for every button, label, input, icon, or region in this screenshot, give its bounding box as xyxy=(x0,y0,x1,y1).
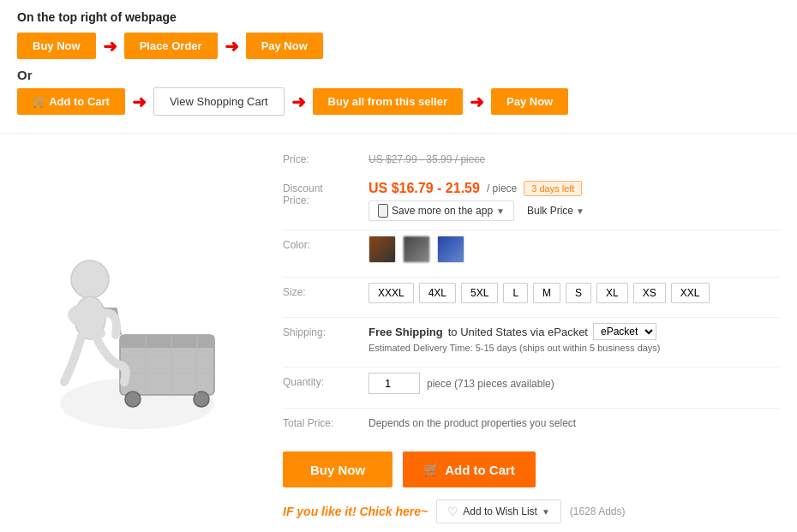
product-image-area xyxy=(17,146,257,523)
svg-rect-2 xyxy=(120,335,214,348)
pay-now-button-1[interactable]: Pay Now xyxy=(246,33,323,59)
bulk-chevron-icon: ▼ xyxy=(576,206,584,216)
per-piece: / piece xyxy=(487,182,517,194)
size-label: Size: xyxy=(283,283,360,298)
color-swatch-3[interactable] xyxy=(437,236,464,263)
wishlist-label: Add to Wish List xyxy=(463,505,537,517)
buy-all-button[interactable]: Buy all from this seller xyxy=(313,88,463,115)
bulk-price-label: Bulk Price xyxy=(527,205,573,217)
buy-now-button-1[interactable]: Buy Now xyxy=(17,33,96,59)
color-swatch-1[interactable] xyxy=(369,236,396,263)
flow-row-1: Buy Now ➜ Place Order ➜ Pay Now xyxy=(17,33,780,59)
price-row: Price: US $27.99 - 35.99 / piece xyxy=(283,146,780,172)
svg-point-10 xyxy=(71,260,109,298)
size-m[interactable]: M xyxy=(533,283,560,303)
quantity-row: Quantity: piece (713 pieces available) xyxy=(283,367,780,399)
size-xl[interactable]: XL xyxy=(596,283,628,303)
quantity-input[interactable] xyxy=(369,373,420,394)
color-row: Color: xyxy=(283,230,780,268)
phone-icon xyxy=(378,204,388,218)
total-price-row: Total Price: Depends on the product prop… xyxy=(283,408,780,434)
place-order-button[interactable]: Place Order xyxy=(124,33,218,59)
days-left-badge: 3 days left xyxy=(524,181,582,196)
like-text: IF you like it! Chick here~ xyxy=(283,505,428,518)
size-4xl[interactable]: 4XL xyxy=(419,283,456,303)
cart-icon-main: 🛒 xyxy=(423,462,440,477)
shipping-to-text: to United States via ePacket xyxy=(448,326,588,338)
quantity-label: Quantity: xyxy=(283,373,360,388)
shipping-label: Shipping: xyxy=(283,323,360,338)
view-cart-button[interactable]: View Shopping Cart xyxy=(153,87,285,116)
arrow-icon-5: ➜ xyxy=(470,93,484,111)
svg-point-4 xyxy=(194,392,209,407)
flow-row-2: 🛒 Add to Cart ➜ View Shopping Cart ➜ Buy… xyxy=(17,87,780,116)
pieces-available: piece (713 pieces available) xyxy=(427,378,554,390)
save-app-label: Save more on the app xyxy=(392,205,493,217)
add-to-cart-button-main[interactable]: 🛒 Add to Cart xyxy=(403,451,536,487)
delivery-estimate: Estimated Delivery Time: 5-15 days (ship… xyxy=(369,343,780,353)
chevron-down-icon: ▼ xyxy=(496,206,505,216)
save-on-app-button[interactable]: Save more on the app ▼ xyxy=(369,200,514,221)
heart-icon: ♡ xyxy=(447,505,458,518)
main-content: Price: US $27.99 - 35.99 / piece Discoun… xyxy=(0,134,797,532)
adds-count: (1628 Adds) xyxy=(570,505,626,517)
page-instruction: On the top right of webpage xyxy=(17,10,780,24)
quantity-area: piece (713 pieces available) xyxy=(369,373,554,394)
size-5xl[interactable]: 5XL xyxy=(461,283,498,303)
color-options xyxy=(369,236,464,263)
add-to-cart-label: Add to Cart xyxy=(445,463,515,477)
discount-price-area: US $16.79 - 21.59 / piece 3 days left Sa… xyxy=(369,181,584,221)
wishlist-chevron-icon: ▼ xyxy=(542,507,550,517)
arrow-icon-4: ➜ xyxy=(291,93,306,111)
size-xs[interactable]: XS xyxy=(633,283,666,303)
size-xxl[interactable]: XXL xyxy=(671,283,710,303)
add-to-wishlist-button[interactable]: ♡ Add to Wish List ▼ xyxy=(436,499,561,523)
discount-row: DiscountPrice: US $16.79 - 21.59 / piece… xyxy=(283,177,780,224)
discount-label: DiscountPrice: xyxy=(283,181,360,206)
size-xxxl[interactable]: XXXL xyxy=(369,283,414,303)
arrow-icon-2: ➜ xyxy=(225,38,239,55)
shipping-info: Free Shipping to United States via ePack… xyxy=(369,323,780,353)
arrow-icon-3: ➜ xyxy=(132,93,147,111)
like-section: IF you like it! Chick here~ ♡ Add to Wis… xyxy=(283,499,780,523)
size-row: Size: XXXL 4XL 5XL L M S XL XS XXL xyxy=(283,277,780,308)
shipping-row: Shipping: Free Shipping to United States… xyxy=(283,317,780,358)
size-s[interactable]: S xyxy=(566,283,591,303)
size-l[interactable]: L xyxy=(503,283,528,303)
buy-now-button-main[interactable]: Buy Now xyxy=(283,451,393,487)
product-image xyxy=(34,232,240,438)
shipping-method-select[interactable]: ePacket xyxy=(593,323,656,340)
price-label: Price: xyxy=(283,153,360,165)
size-options: XXXL 4XL 5XL L M S XL XS XXL xyxy=(369,283,710,303)
or-label: Or xyxy=(17,68,780,82)
total-price-label: Total Price: xyxy=(283,414,360,429)
pay-now-button-2[interactable]: Pay Now xyxy=(491,88,568,115)
add-to-cart-button-top[interactable]: 🛒 Add to Cart xyxy=(17,88,125,115)
action-buttons: Buy Now 🛒 Add to Cart xyxy=(283,443,780,487)
bulk-price-button[interactable]: Bulk Price ▼ xyxy=(527,205,584,217)
svg-point-3 xyxy=(125,392,141,407)
color-label: Color: xyxy=(283,236,360,251)
discount-price: US $16.79 - 21.59 xyxy=(369,181,480,196)
free-shipping-text: Free Shipping xyxy=(369,326,443,338)
original-price: US $27.99 - 35.99 / piece xyxy=(369,153,485,165)
color-swatch-2[interactable] xyxy=(403,236,430,263)
arrow-icon-1: ➜ xyxy=(103,38,117,55)
total-price-value: Depends on the product properties you se… xyxy=(369,414,576,429)
product-details: Price: US $27.99 - 35.99 / piece Discoun… xyxy=(274,146,780,523)
